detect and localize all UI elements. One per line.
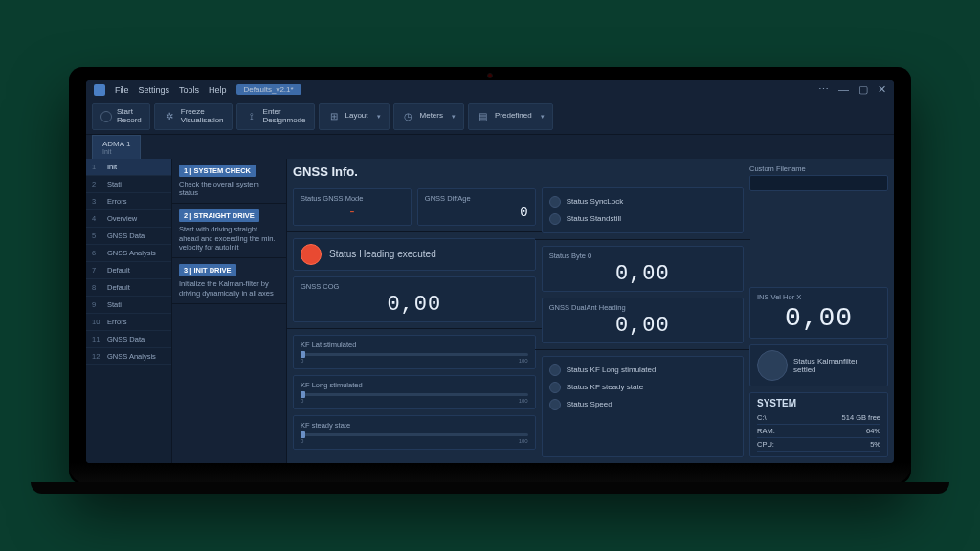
sidenav-item-default[interactable]: 7Default — [86, 262, 171, 279]
freeze-visualisation-button[interactable]: ✲ Freeze Visualisation — [154, 103, 233, 130]
step-2: 2 | STRAIGHT DRIVEStart with driving str… — [172, 204, 286, 258]
byte0-panel: Status Byte 0 0,00 — [542, 246, 744, 292]
custom-filename-label: Custom Filename — [749, 165, 888, 173]
step-3: 3 | INIT DRIVEInitialize the Kalman-filt… — [172, 258, 286, 304]
toolbar: Start Record ✲ Freeze Visualisation ⟟ En… — [86, 99, 894, 135]
section-title: GNSS Info. — [293, 165, 536, 179]
standstill-indicator — [549, 213, 561, 225]
sidenav-item-overview[interactable]: 4Overview — [86, 210, 171, 228]
window-minimize-icon[interactable]: — — [838, 83, 849, 96]
window-more-icon[interactable]: ⋯ — [818, 83, 829, 96]
kf-steady-indicator — [549, 382, 561, 393]
app-logo — [94, 84, 105, 96]
gauge-icon: ◷ — [402, 110, 415, 123]
window-maximize-icon[interactable]: ▢ — [858, 83, 868, 96]
kf-lat-panel: KF Lat stimulated 0100 — [293, 335, 536, 369]
laptop-base — [69, 463, 911, 484]
layout-dropdown[interactable]: ⊞ Layout — [319, 103, 390, 130]
diff-age-panel: GNSS DiffAge 0 — [417, 188, 536, 226]
step-1: 1 | SYSTEM CHECKCheck the overall system… — [172, 159, 286, 205]
config-tab[interactable]: Defaults_v2.1* — [236, 84, 301, 95]
preset-icon: ▤ — [477, 110, 490, 123]
sidenav-item-default[interactable]: 8Default — [86, 279, 171, 297]
kalmanfilter-indicator — [757, 350, 788, 381]
menu-settings[interactable]: Settings — [139, 85, 170, 95]
compass-icon: ⟟ — [245, 110, 258, 123]
menu-help[interactable]: Help — [209, 85, 227, 95]
system-panel: SYSTEM C:\514 GB free RAM:64% CPU:5% — [749, 392, 888, 457]
layout-icon: ⊞ — [327, 110, 341, 123]
heading-status-indicator — [301, 244, 322, 265]
enter-designmode-button[interactable]: ⟟ Enter Designmode — [236, 103, 315, 130]
kf-long-stim-indicator — [549, 364, 561, 376]
dual-ant-panel: GNSS DualAnt Heading 0,00 — [542, 298, 744, 343]
sidenav-item-stati[interactable]: 9Stati — [86, 297, 171, 314]
sidenav-item-gnss-data[interactable]: 11GNSS Data — [86, 331, 171, 348]
custom-filename-input[interactable] — [749, 175, 888, 191]
kalmanfilter-panel: Status Kalmanfilter settled — [749, 344, 888, 386]
sidenav-item-init[interactable]: 1Init — [86, 159, 171, 176]
app-window: File Settings Tools Help Defaults_v2.1* … — [86, 80, 894, 463]
meters-dropdown[interactable]: ◷ Meters — [393, 103, 464, 130]
speed-indicator — [549, 399, 561, 410]
snowflake-icon: ✲ — [163, 110, 176, 123]
start-record-button[interactable]: Start Record — [92, 103, 150, 130]
window-close-icon[interactable]: ✕ — [878, 83, 886, 96]
heading-status-panel: Status Heading executed — [293, 238, 536, 271]
menu-file[interactable]: File — [115, 85, 129, 95]
sidenav-item-errors[interactable]: 10Errors — [86, 314, 171, 331]
device-tabstrip: ADMA 1 Init — [86, 135, 894, 159]
device-tab-adma1[interactable]: ADMA 1 Init — [92, 135, 141, 159]
ins-vel-panel: INS Vel Hor X 0,00 — [749, 287, 888, 339]
gnss-cog-panel: GNSS COG 0,00 — [293, 276, 536, 322]
kf-steady-panel: KF steady state 0100 — [293, 415, 536, 450]
page-sidenav: 1Init2Stati3Errors4Overview5GNSS Data6GN… — [86, 159, 172, 463]
kf-long-slider[interactable] — [301, 393, 528, 396]
webcam-dot — [487, 73, 493, 78]
kf-long-panel: KF Long stimulated 0100 — [293, 375, 536, 409]
predefined-dropdown[interactable]: ▤ Predefined — [468, 103, 553, 130]
sidenav-item-gnss-data[interactable]: 5GNSS Data — [86, 228, 171, 245]
synclock-indicator — [549, 196, 561, 208]
kf-status-panel: Status KF Long stimulated Status KF stea… — [542, 356, 744, 457]
sidenav-item-gnss-analysis[interactable]: 12GNSS Analysis — [86, 348, 171, 365]
gnss-mode-panel: Status GNSS Mode - — [293, 188, 412, 226]
sidenav-item-errors[interactable]: 3Errors — [86, 193, 171, 210]
menu-tools[interactable]: Tools — [179, 85, 199, 95]
step-column: 1 | SYSTEM CHECKCheck the overall system… — [172, 159, 287, 463]
record-icon — [100, 111, 112, 122]
menubar: File Settings Tools Help Defaults_v2.1* … — [86, 80, 894, 99]
kf-lat-slider[interactable] — [301, 353, 528, 356]
synclock-panel: Status SyncLock Status Standstill — [542, 187, 744, 233]
sidenav-item-gnss-analysis[interactable]: 6GNSS Analysis — [86, 245, 171, 262]
kf-steady-slider[interactable] — [301, 433, 528, 436]
sidenav-item-stati[interactable]: 2Stati — [86, 176, 171, 193]
